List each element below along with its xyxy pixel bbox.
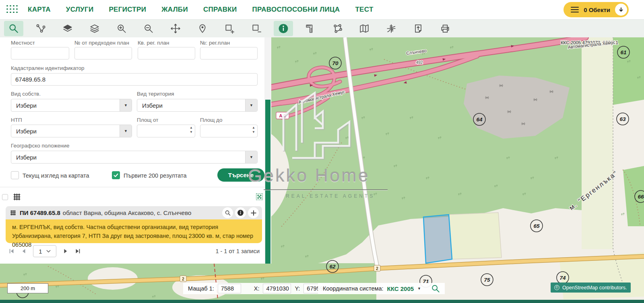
rectangle-add-icon — [224, 23, 235, 34]
map-stage: ККС 2005 4791073, 680661 Слънчево 492 Ав… — [0, 37, 644, 303]
check-icon — [113, 172, 119, 178]
selected-parcel[interactable] — [423, 215, 452, 263]
first-200-checkbox[interactable] — [112, 171, 120, 179]
layers-stack-tool-button[interactable] — [85, 21, 104, 36]
menu-item-uslugi[interactable]: УСЛУГИ — [66, 6, 94, 14]
layers-filled-icon — [62, 23, 73, 34]
rectangle-remove-icon — [251, 23, 262, 34]
menu-item-spravki[interactable]: СПРАВКИ — [203, 6, 237, 14]
first-page-button[interactable] — [6, 248, 18, 254]
scrollbar-thumb[interactable] — [265, 100, 270, 264]
grid-icon[interactable] — [12, 192, 21, 201]
prev-page-button[interactable] — [18, 248, 30, 254]
ntp-select[interactable]: Избери ▼ — [11, 125, 132, 137]
kv-reg-plan-label: Кв. рег. план — [138, 40, 169, 46]
chevron-down-icon: ▼ — [120, 99, 132, 111]
geo-select[interactable]: Избери ▼ — [11, 151, 258, 164]
prev-page-icon — [21, 248, 27, 254]
scale-value-box[interactable]: 7588 — [218, 284, 241, 293]
menu-item-test[interactable]: ТЕСТ — [355, 6, 373, 14]
parcel-number-text: 65 — [533, 223, 540, 229]
x-label: X: — [254, 285, 260, 292]
prev-plan-label: № от предходен план — [74, 40, 129, 46]
last-page-icon — [74, 248, 81, 254]
top-navigation: КАРТА УСЛУГИ РЕГИСТРИ ЖАЛБИ СПРАВКИ ПРАВ… — [0, 0, 644, 19]
print-tool-button[interactable] — [436, 21, 455, 36]
cadastral-id-label: Кадастрален идентификатор — [11, 65, 85, 71]
hamburger-icon — [571, 7, 579, 13]
next-page-button[interactable] — [60, 248, 72, 254]
apps-grid-icon[interactable] — [6, 5, 19, 14]
measure-tool-button[interactable] — [301, 21, 320, 36]
menu-item-pravosposobni-litsa[interactable]: ПРАВОСПОСОБНИ ЛИЦА — [252, 6, 340, 14]
info-tool-button[interactable] — [274, 21, 293, 36]
parcel-number-text: 63 — [619, 116, 626, 122]
route-tool-button[interactable] — [31, 21, 50, 36]
first-200-label: Първите 200 резултата — [124, 172, 187, 179]
parcel-number-text: 74 — [559, 275, 566, 281]
scale-label: Мащаб 1: — [188, 285, 214, 292]
result-zoom-button[interactable] — [222, 207, 233, 218]
zoom-in-icon — [116, 23, 127, 34]
search-icon — [8, 23, 19, 34]
plosht-do-stepper[interactable]: ▲▼ — [200, 125, 258, 137]
zoom-out-tool-button[interactable] — [139, 21, 158, 36]
current-view-checkbox[interactable] — [11, 171, 19, 179]
location-tool-button[interactable] — [193, 21, 212, 36]
cadastral-id-input[interactable] — [11, 73, 258, 86]
result-row-header[interactable]: ПИ 67489.65.8 област Варна, община Аксак… — [6, 206, 262, 219]
objects-button[interactable]: 0 Обекти — [564, 2, 629, 17]
stepper-arrows-icon[interactable]: ▲▼ — [190, 126, 193, 134]
copyright-icon: © — [554, 285, 559, 290]
chevron-down-icon: ▼ — [120, 125, 132, 137]
chevron-down-icon[interactable]: ▼ — [417, 287, 421, 291]
map-tool-button[interactable] — [355, 21, 374, 36]
search-button[interactable]: Търсене — [217, 168, 264, 182]
select-rect-remove-tool-button[interactable] — [247, 21, 266, 36]
arrow-down-icon — [618, 7, 624, 12]
plosht-ot-stepper[interactable]: ▲▼ — [137, 125, 195, 137]
mestnost-input[interactable] — [11, 47, 69, 59]
zoom-in-tool-button[interactable] — [112, 21, 131, 36]
kv-reg-plan-input[interactable] — [138, 47, 195, 59]
vid-teritoria-select[interactable]: Избери ▼ — [137, 99, 258, 112]
select-all-results-checkbox[interactable] — [2, 194, 8, 200]
result-details[interactable]: м. ЕРГЕНЛЪК, вид собств. Частна обществе… — [6, 219, 262, 243]
menu-item-registri[interactable]: РЕГИСТРИ — [109, 6, 146, 14]
ruler-icon — [305, 23, 316, 34]
share-nodes-tool-button[interactable] — [328, 21, 347, 36]
result-add-button[interactable] — [248, 207, 259, 218]
pan-move-icon — [170, 23, 181, 34]
no-reg-plan-label: №: рег.план — [200, 40, 230, 46]
coordinate-search-button[interactable] — [431, 284, 440, 293]
menu-item-karta[interactable]: КАРТА — [28, 6, 51, 14]
search-tool-button[interactable] — [4, 21, 23, 36]
scale-bar-label: 200 m — [21, 285, 35, 291]
vid-sobstv-select[interactable]: Избери ▼ — [11, 99, 132, 112]
panel-scrollbar[interactable] — [264, 37, 271, 264]
page-number: 1 — [39, 248, 42, 255]
result-parcel-id: ПИ 67489.65.8 — [20, 209, 60, 216]
mestnost-label: Местност — [11, 40, 35, 46]
route-nodes-icon — [35, 23, 46, 34]
result-info-button[interactable] — [235, 207, 246, 218]
next-page-icon — [62, 248, 69, 254]
no-reg-plan-input[interactable] — [200, 47, 258, 59]
layers-tool-button[interactable] — [58, 21, 77, 36]
objects-expand-button[interactable] — [615, 4, 627, 16]
folded-map-icon — [359, 23, 369, 34]
expand-results-icon[interactable] — [256, 193, 263, 201]
stepper-arrows-icon[interactable]: ▲▼ — [252, 126, 255, 134]
vid-teritoria-label: Вид територия — [137, 91, 174, 97]
last-page-button[interactable] — [72, 248, 84, 254]
page-select[interactable]: 1 — [33, 245, 56, 257]
menu-item-zhalbi[interactable]: ЖАЛБИ — [161, 6, 188, 14]
select-rect-add-tool-button[interactable] — [220, 21, 239, 36]
crs-value[interactable]: ККС 2005 — [387, 285, 414, 292]
coordinates-tool-button[interactable] — [382, 21, 401, 36]
export-tool-button[interactable] — [409, 21, 428, 36]
prev-plan-input[interactable] — [74, 47, 132, 59]
pan-tool-button[interactable] — [166, 21, 185, 36]
info-icon — [278, 23, 289, 34]
map-toolbar — [0, 19, 644, 37]
